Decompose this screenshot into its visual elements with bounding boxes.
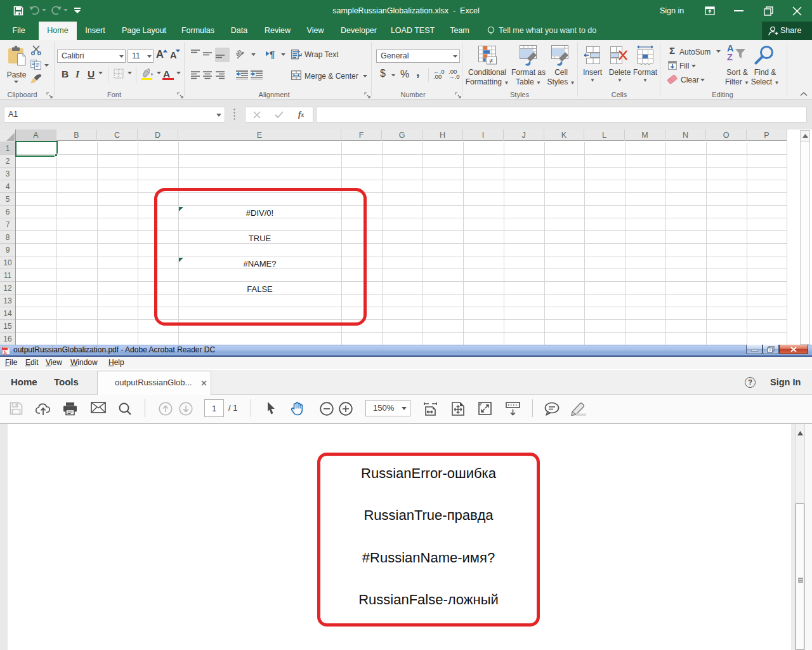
svg-text:¶: ¶ (270, 49, 275, 59)
svg-text:≠: ≠ (489, 57, 493, 65)
svg-text:ab: ab (236, 49, 243, 57)
